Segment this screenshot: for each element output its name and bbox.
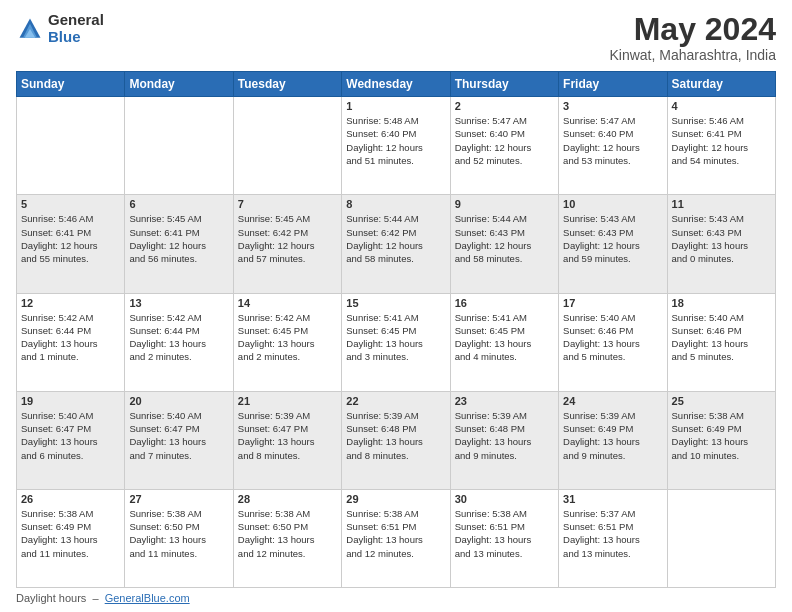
- table-row: 26Sunrise: 5:38 AM Sunset: 6:49 PM Dayli…: [17, 489, 125, 587]
- day-number: 6: [129, 198, 228, 210]
- table-row: [233, 97, 341, 195]
- day-info: Sunrise: 5:37 AM Sunset: 6:51 PM Dayligh…: [563, 507, 662, 560]
- footer: Daylight hours – GeneralBlue.com: [16, 592, 776, 604]
- day-number: 14: [238, 297, 337, 309]
- day-info: Sunrise: 5:39 AM Sunset: 6:48 PM Dayligh…: [455, 409, 554, 462]
- col-wednesday: Wednesday: [342, 72, 450, 97]
- day-info: Sunrise: 5:40 AM Sunset: 6:47 PM Dayligh…: [21, 409, 120, 462]
- day-number: 18: [672, 297, 771, 309]
- col-saturday: Saturday: [667, 72, 775, 97]
- table-row: 3Sunrise: 5:47 AM Sunset: 6:40 PM Daylig…: [559, 97, 667, 195]
- table-row: 6Sunrise: 5:45 AM Sunset: 6:41 PM Daylig…: [125, 195, 233, 293]
- table-row: 4Sunrise: 5:46 AM Sunset: 6:41 PM Daylig…: [667, 97, 775, 195]
- day-number: 31: [563, 493, 662, 505]
- table-row: 27Sunrise: 5:38 AM Sunset: 6:50 PM Dayli…: [125, 489, 233, 587]
- day-number: 20: [129, 395, 228, 407]
- col-friday: Friday: [559, 72, 667, 97]
- header: General Blue May 2024 Kinwat, Maharashtr…: [16, 12, 776, 63]
- table-row: [667, 489, 775, 587]
- table-row: 14Sunrise: 5:42 AM Sunset: 6:45 PM Dayli…: [233, 293, 341, 391]
- day-info: Sunrise: 5:40 AM Sunset: 6:46 PM Dayligh…: [672, 311, 771, 364]
- day-info: Sunrise: 5:38 AM Sunset: 6:50 PM Dayligh…: [129, 507, 228, 560]
- day-info: Sunrise: 5:38 AM Sunset: 6:51 PM Dayligh…: [346, 507, 445, 560]
- location: Kinwat, Maharashtra, India: [609, 47, 776, 63]
- day-number: 2: [455, 100, 554, 112]
- day-number: 19: [21, 395, 120, 407]
- table-row: 8Sunrise: 5:44 AM Sunset: 6:42 PM Daylig…: [342, 195, 450, 293]
- day-number: 30: [455, 493, 554, 505]
- day-info: Sunrise: 5:39 AM Sunset: 6:47 PM Dayligh…: [238, 409, 337, 462]
- day-number: 13: [129, 297, 228, 309]
- day-number: 17: [563, 297, 662, 309]
- table-row: 28Sunrise: 5:38 AM Sunset: 6:50 PM Dayli…: [233, 489, 341, 587]
- day-number: 25: [672, 395, 771, 407]
- table-row: 21Sunrise: 5:39 AM Sunset: 6:47 PM Dayli…: [233, 391, 341, 489]
- day-info: Sunrise: 5:41 AM Sunset: 6:45 PM Dayligh…: [455, 311, 554, 364]
- table-row: 10Sunrise: 5:43 AM Sunset: 6:43 PM Dayli…: [559, 195, 667, 293]
- day-number: 23: [455, 395, 554, 407]
- day-info: Sunrise: 5:42 AM Sunset: 6:45 PM Dayligh…: [238, 311, 337, 364]
- day-info: Sunrise: 5:43 AM Sunset: 6:43 PM Dayligh…: [563, 212, 662, 265]
- col-tuesday: Tuesday: [233, 72, 341, 97]
- calendar-week-row: 1Sunrise: 5:48 AM Sunset: 6:40 PM Daylig…: [17, 97, 776, 195]
- day-info: Sunrise: 5:46 AM Sunset: 6:41 PM Dayligh…: [672, 114, 771, 167]
- table-row: 13Sunrise: 5:42 AM Sunset: 6:44 PM Dayli…: [125, 293, 233, 391]
- day-info: Sunrise: 5:46 AM Sunset: 6:41 PM Dayligh…: [21, 212, 120, 265]
- table-row: 19Sunrise: 5:40 AM Sunset: 6:47 PM Dayli…: [17, 391, 125, 489]
- day-info: Sunrise: 5:47 AM Sunset: 6:40 PM Dayligh…: [455, 114, 554, 167]
- calendar-table: Sunday Monday Tuesday Wednesday Thursday…: [16, 71, 776, 588]
- table-row: 22Sunrise: 5:39 AM Sunset: 6:48 PM Dayli…: [342, 391, 450, 489]
- calendar-header-row: Sunday Monday Tuesday Wednesday Thursday…: [17, 72, 776, 97]
- day-number: 26: [21, 493, 120, 505]
- day-number: 21: [238, 395, 337, 407]
- logo-blue-text: Blue: [48, 29, 104, 46]
- table-row: 23Sunrise: 5:39 AM Sunset: 6:48 PM Dayli…: [450, 391, 558, 489]
- day-info: Sunrise: 5:38 AM Sunset: 6:50 PM Dayligh…: [238, 507, 337, 560]
- calendar-week-row: 26Sunrise: 5:38 AM Sunset: 6:49 PM Dayli…: [17, 489, 776, 587]
- day-info: Sunrise: 5:38 AM Sunset: 6:51 PM Dayligh…: [455, 507, 554, 560]
- day-info: Sunrise: 5:44 AM Sunset: 6:43 PM Dayligh…: [455, 212, 554, 265]
- day-number: 1: [346, 100, 445, 112]
- day-number: 5: [21, 198, 120, 210]
- site-link[interactable]: GeneralBlue.com: [105, 592, 190, 604]
- table-row: 5Sunrise: 5:46 AM Sunset: 6:41 PM Daylig…: [17, 195, 125, 293]
- table-row: 20Sunrise: 5:40 AM Sunset: 6:47 PM Dayli…: [125, 391, 233, 489]
- day-number: 4: [672, 100, 771, 112]
- table-row: 15Sunrise: 5:41 AM Sunset: 6:45 PM Dayli…: [342, 293, 450, 391]
- table-row: 2Sunrise: 5:47 AM Sunset: 6:40 PM Daylig…: [450, 97, 558, 195]
- calendar-week-row: 19Sunrise: 5:40 AM Sunset: 6:47 PM Dayli…: [17, 391, 776, 489]
- day-info: Sunrise: 5:39 AM Sunset: 6:49 PM Dayligh…: [563, 409, 662, 462]
- calendar-week-row: 12Sunrise: 5:42 AM Sunset: 6:44 PM Dayli…: [17, 293, 776, 391]
- table-row: 31Sunrise: 5:37 AM Sunset: 6:51 PM Dayli…: [559, 489, 667, 587]
- day-number: 8: [346, 198, 445, 210]
- col-sunday: Sunday: [17, 72, 125, 97]
- day-number: 16: [455, 297, 554, 309]
- day-info: Sunrise: 5:43 AM Sunset: 6:43 PM Dayligh…: [672, 212, 771, 265]
- day-info: Sunrise: 5:39 AM Sunset: 6:48 PM Dayligh…: [346, 409, 445, 462]
- table-row: 24Sunrise: 5:39 AM Sunset: 6:49 PM Dayli…: [559, 391, 667, 489]
- table-row: 25Sunrise: 5:38 AM Sunset: 6:49 PM Dayli…: [667, 391, 775, 489]
- table-row: 18Sunrise: 5:40 AM Sunset: 6:46 PM Dayli…: [667, 293, 775, 391]
- title-block: May 2024 Kinwat, Maharashtra, India: [609, 12, 776, 63]
- day-info: Sunrise: 5:38 AM Sunset: 6:49 PM Dayligh…: [21, 507, 120, 560]
- day-number: 28: [238, 493, 337, 505]
- day-number: 12: [21, 297, 120, 309]
- day-info: Sunrise: 5:45 AM Sunset: 6:41 PM Dayligh…: [129, 212, 228, 265]
- logo-general-text: General: [48, 12, 104, 29]
- day-number: 24: [563, 395, 662, 407]
- table-row: 12Sunrise: 5:42 AM Sunset: 6:44 PM Dayli…: [17, 293, 125, 391]
- table-row: 11Sunrise: 5:43 AM Sunset: 6:43 PM Dayli…: [667, 195, 775, 293]
- col-thursday: Thursday: [450, 72, 558, 97]
- day-number: 27: [129, 493, 228, 505]
- day-info: Sunrise: 5:38 AM Sunset: 6:49 PM Dayligh…: [672, 409, 771, 462]
- day-info: Sunrise: 5:45 AM Sunset: 6:42 PM Dayligh…: [238, 212, 337, 265]
- day-info: Sunrise: 5:42 AM Sunset: 6:44 PM Dayligh…: [21, 311, 120, 364]
- day-number: 11: [672, 198, 771, 210]
- logo: General Blue: [16, 12, 104, 45]
- table-row: 29Sunrise: 5:38 AM Sunset: 6:51 PM Dayli…: [342, 489, 450, 587]
- day-info: Sunrise: 5:40 AM Sunset: 6:46 PM Dayligh…: [563, 311, 662, 364]
- day-info: Sunrise: 5:41 AM Sunset: 6:45 PM Dayligh…: [346, 311, 445, 364]
- day-number: 7: [238, 198, 337, 210]
- logo-icon: [16, 15, 44, 43]
- table-row: 9Sunrise: 5:44 AM Sunset: 6:43 PM Daylig…: [450, 195, 558, 293]
